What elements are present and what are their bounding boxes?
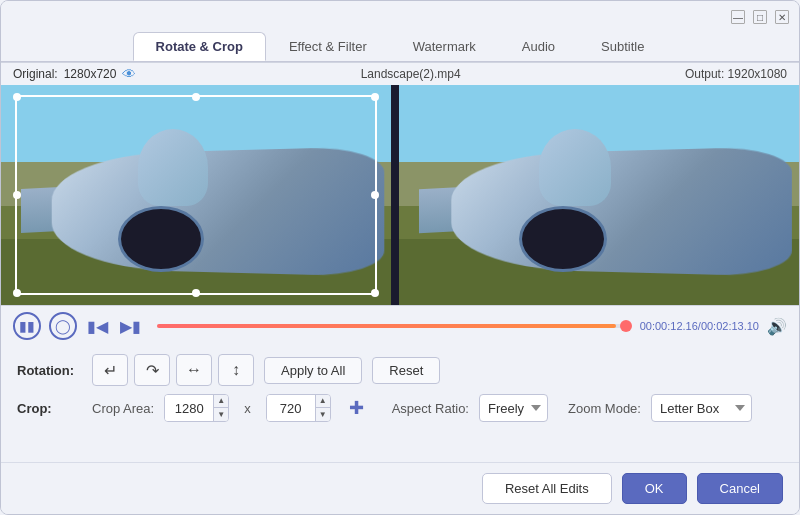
flip-v-button[interactable]: ↕ (218, 354, 254, 386)
preview-right-panel (399, 85, 799, 305)
crop-width-up[interactable]: ▲ (214, 394, 228, 408)
rotation-row: Rotation: ↵ ↷ ↔ ↕ Apply to All Reset (17, 354, 783, 386)
rotation-reset-button[interactable]: Reset (372, 357, 440, 384)
output-info: Output: 1920x1080 (685, 67, 787, 81)
airplane-cockpit (138, 129, 208, 206)
airplane-cockpit-r (539, 129, 611, 206)
rotate-right-button[interactable]: ↷ (134, 354, 170, 386)
dimension-separator: x (244, 401, 251, 416)
pause-button[interactable]: ▮▮ (13, 312, 41, 340)
center-icon[interactable]: ✚ (349, 397, 364, 419)
skip-forward-button[interactable]: ▶▮ (118, 315, 143, 338)
tab-effect-filter[interactable]: Effect & Filter (266, 32, 390, 61)
preview-left-panel (1, 85, 391, 305)
filename-label: Landscape(2).mp4 (361, 67, 461, 81)
rotation-buttons: ↵ ↷ ↔ ↕ (92, 354, 254, 386)
volume-icon[interactable]: 🔊 (767, 317, 787, 336)
original-label: Original: (13, 67, 58, 81)
output-label: Output: (685, 67, 724, 81)
airplane-intake-r (519, 206, 607, 272)
controls-section: Rotation: ↵ ↷ ↔ ↕ Apply to All Reset Cro… (1, 346, 799, 438)
maximize-button[interactable]: □ (753, 10, 767, 24)
minimize-button[interactable]: — (731, 10, 745, 24)
original-resolution: 1280x720 (64, 67, 117, 81)
airplane-body (52, 146, 384, 276)
airplane-intake (118, 206, 204, 272)
close-button[interactable]: ✕ (775, 10, 789, 24)
crop-width-input-group: ▲ ▼ (164, 394, 229, 422)
title-bar: — □ ✕ (1, 1, 799, 27)
zoom-mode-select[interactable]: Letter Box Pan & Scan Full (651, 394, 752, 422)
playback-bar: ▮▮ ◯ ▮◀ ▶▮ 00:00:12.16/00:02:13.10 🔊 (1, 305, 799, 346)
preview-video-right (399, 85, 799, 305)
zoom-mode-label: Zoom Mode: (568, 401, 641, 416)
footer-bar: Reset All Edits OK Cancel (1, 462, 799, 514)
time-total: 00:02:13.10 (701, 320, 759, 332)
progress-bar[interactable] (157, 324, 626, 328)
reset-all-edits-button[interactable]: Reset All Edits (482, 473, 612, 504)
crop-width-arrows: ▲ ▼ (213, 394, 228, 422)
time-display: 00:00:12.16/00:02:13.10 (640, 320, 759, 332)
crop-height-down[interactable]: ▼ (316, 408, 330, 422)
window-controls: — □ ✕ (731, 10, 789, 24)
crop-height-arrows: ▲ ▼ (315, 394, 330, 422)
apply-to-all-button[interactable]: Apply to All (264, 357, 362, 384)
aspect-ratio-label: Aspect Ratio: (392, 401, 469, 416)
tab-rotate-crop[interactable]: Rotate & Crop (133, 32, 266, 61)
crop-row: Crop: Crop Area: ▲ ▼ x ▲ ▼ ✚ Aspect Rati… (17, 394, 783, 422)
cancel-button[interactable]: Cancel (697, 473, 783, 504)
crop-area-label: Crop Area: (92, 401, 154, 416)
time-current: 00:00:12.16 (640, 320, 698, 332)
preview-info-bar: Original: 1280x720 👁 Landscape(2).mp4 Ou… (1, 62, 799, 85)
progress-thumb[interactable] (620, 320, 632, 332)
rotate-left-button[interactable]: ↵ (92, 354, 128, 386)
crop-label: Crop: (17, 401, 82, 416)
preview-video-left (1, 85, 391, 305)
crop-height-input-group: ▲ ▼ (266, 394, 331, 422)
preview-area (1, 85, 799, 305)
airplane-body-r (451, 146, 792, 277)
tab-watermark[interactable]: Watermark (390, 32, 499, 61)
tab-subtitle[interactable]: Subtitle (578, 32, 667, 61)
output-resolution: 1920x1080 (728, 67, 787, 81)
tabs-bar: Rotate & Crop Effect & Filter Watermark … (1, 27, 799, 61)
crop-width-down[interactable]: ▼ (214, 408, 228, 422)
main-window: — □ ✕ Rotate & Crop Effect & Filter Wate… (0, 0, 800, 515)
crop-width-input[interactable] (165, 395, 213, 421)
original-info: Original: 1280x720 👁 (13, 66, 136, 82)
rotation-label: Rotation: (17, 363, 82, 378)
crop-height-up[interactable]: ▲ (316, 394, 330, 408)
ok-button[interactable]: OK (622, 473, 687, 504)
crop-height-input[interactable] (267, 395, 315, 421)
flip-h-button[interactable]: ↔ (176, 354, 212, 386)
stop-button[interactable]: ◯ (49, 312, 77, 340)
eye-icon[interactable]: 👁 (122, 66, 136, 82)
progress-fill (157, 324, 616, 328)
skip-back-button[interactable]: ▮◀ (85, 315, 110, 338)
tab-audio[interactable]: Audio (499, 32, 578, 61)
aspect-ratio-select[interactable]: Freely 16:9 4:3 1:1 9:16 (479, 394, 548, 422)
preview-divider (391, 85, 399, 305)
